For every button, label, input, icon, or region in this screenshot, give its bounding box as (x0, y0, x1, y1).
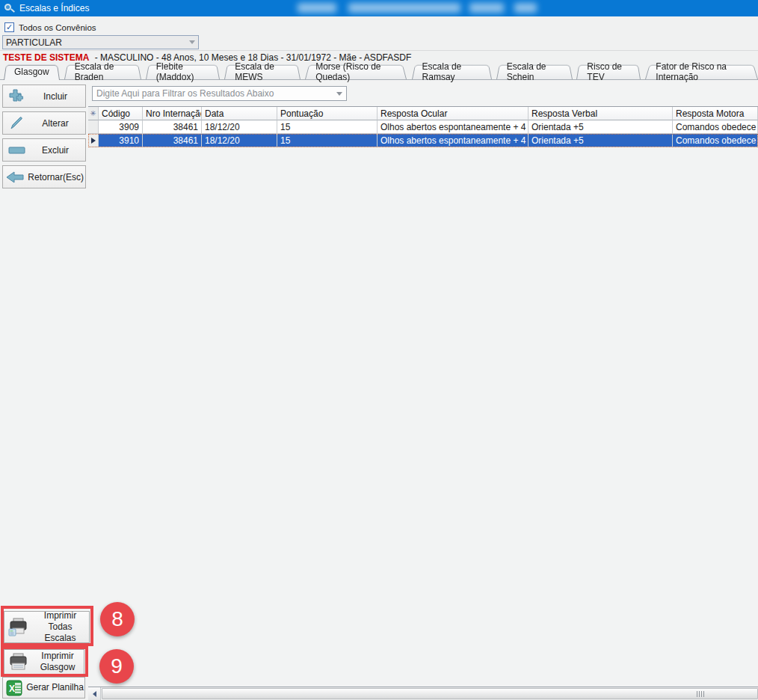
remove-bar-icon (3, 145, 31, 156)
annotation-badge-9: 9 (99, 649, 134, 684)
alterar-button[interactable]: Alterar (2, 111, 86, 135)
cell-resposta-motora: Comandos obedece +6 (673, 120, 758, 134)
horizontal-scrollbar[interactable] (88, 687, 758, 700)
content-area: Incluir Alterar Excluir Retornar(Esc) Di… (0, 80, 758, 700)
tab-morse-risco-de-quedas[interactable]: Morse (Risco de Quedas) (305, 64, 407, 79)
gerar-planilha-label: Gerar Planilha (25, 682, 84, 693)
tab-fator-de-risco-na-internacao[interactable]: Fator de Risco na Internação (645, 64, 758, 79)
column-header-data[interactable]: Data (202, 107, 277, 120)
cell-resposta-motora: Comandos obedece +6 (673, 134, 758, 147)
excluir-button[interactable]: Excluir (2, 138, 86, 162)
table-row[interactable]: 3909 38461 18/12/20 15 Olhos abertos esp… (88, 120, 758, 134)
cell-resposta-ocular: Olhos abertos espontaneamente + 4 (378, 134, 529, 147)
excluir-label: Excluir (31, 145, 85, 156)
pencil-icon (3, 115, 31, 132)
filter-panel: ✓ Todos os Convênios PARTICULAR (0, 16, 758, 51)
grid-header-row: ✳ Código Nro Internação Data Pontuação R… (88, 107, 758, 120)
window-title: Escalas e Índices (19, 3, 89, 13)
column-header-resposta-motora[interactable]: Resposta Motora (673, 107, 758, 120)
scales-tabstrip: Glasgow Escala de Braden Flebite (Maddox… (0, 64, 758, 80)
cell-nro-internacao: 38461 (143, 120, 202, 134)
printer-icon (4, 653, 31, 671)
grid-filter-placeholder: Digite Aqui para Filtrar os Resultados A… (96, 88, 274, 99)
table-row-selected[interactable]: 3910 38461 18/12/20 15 Olhos abertos esp… (88, 134, 758, 147)
gerar-planilha-button[interactable]: X Gerar Planilha (2, 677, 85, 699)
column-header-resposta-ocular[interactable]: Resposta Ocular (378, 107, 529, 120)
cell-codigo: 3909 (99, 120, 143, 134)
tab-glasgow[interactable]: Glasgow (4, 64, 60, 80)
tab-escala-de-schein[interactable]: Escala de Schein (496, 64, 573, 79)
column-header-codigo[interactable]: Código (99, 107, 143, 120)
cell-data: 18/12/20 (202, 120, 277, 134)
imprimir-todas-escalas-button[interactable]: Imprimir Todas Escalas (4, 611, 90, 643)
column-header-resposta-verbal[interactable]: Resposta Verbal (529, 107, 673, 120)
tab-risco-de-tev[interactable]: Risco de TEV (576, 64, 641, 79)
row-indicator (88, 120, 99, 134)
chevron-down-icon (336, 92, 342, 96)
excel-icon: X (3, 680, 25, 696)
blurred-title-text (298, 3, 336, 13)
annotation-badge-8: 8 (100, 602, 135, 636)
cell-data: 18/12/20 (202, 134, 277, 147)
blurred-title-text (348, 3, 460, 13)
blurred-title-text (469, 3, 504, 13)
add-plus-icon (3, 88, 31, 105)
alterar-label: Alterar (31, 118, 85, 129)
insurance-select[interactable]: PARTICULAR (2, 35, 199, 49)
cell-resposta-verbal: Orientada +5 (529, 134, 673, 147)
left-arrow-icon (93, 691, 96, 697)
imprimir-glasgow-button[interactable]: Imprimir Glasgow (4, 649, 84, 675)
cell-codigo: 3910 (99, 134, 143, 147)
chevron-down-icon (189, 40, 195, 44)
indicator-asterisk-icon: ✳ (88, 107, 99, 120)
scroll-left-button[interactable] (88, 687, 101, 700)
cell-pontuacao: 15 (277, 120, 378, 134)
tab-escala-de-ramsay[interactable]: Escala de Ramsay (412, 64, 492, 79)
app-icon (4, 3, 15, 13)
column-header-pontuacao[interactable]: Pontuação (277, 107, 378, 120)
tab-flebite-maddox[interactable]: Flebite (Maddox) (146, 64, 220, 79)
grid-filter-input[interactable]: Digite Aqui para Filtrar os Resultados A… (92, 86, 347, 101)
incluir-button[interactable]: Incluir (2, 85, 86, 108)
tab-escala-de-mews[interactable]: Escala de MEWS (224, 64, 301, 79)
all-insurances-checkbox-row[interactable]: ✓ Todos os Convênios (4, 22, 96, 32)
results-grid: ✳ Código Nro Internação Data Pontuação R… (88, 106, 758, 147)
checkbox-checked-icon[interactable]: ✓ (4, 22, 14, 32)
retornar-button[interactable]: Retornar(Esc) (2, 165, 86, 188)
cell-pontuacao: 15 (277, 134, 378, 147)
blurred-title-text (514, 3, 537, 13)
svg-text:X: X (9, 684, 15, 694)
column-header-nro-internacao[interactable]: Nro Internação (143, 107, 202, 120)
back-arrow-icon (3, 170, 28, 185)
imprimir-glasgow-label: Imprimir Glasgow (31, 651, 84, 673)
insurance-value: PARTICULAR (6, 37, 62, 48)
tab-escala-de-braden[interactable]: Escala de Braden (64, 64, 141, 79)
cell-resposta-ocular: Olhos abertos espontaneamente + 4 (378, 120, 529, 134)
incluir-label: Incluir (31, 91, 85, 102)
row-indicator-arrow-icon (88, 134, 99, 147)
all-insurances-label: Todos os Convênios (19, 23, 96, 32)
cell-resposta-verbal: Orientada +5 (529, 120, 673, 134)
scrollbar-grip-icon (697, 691, 704, 697)
printer-icon (4, 618, 31, 637)
retornar-label: Retornar(Esc) (28, 172, 85, 182)
cell-nro-internacao: 38461 (143, 134, 202, 147)
title-bar: Escalas e Índices (0, 0, 758, 16)
imprimir-todas-escalas-label: Imprimir Todas Escalas (31, 610, 89, 644)
scrollbar-thumb[interactable] (102, 688, 758, 699)
